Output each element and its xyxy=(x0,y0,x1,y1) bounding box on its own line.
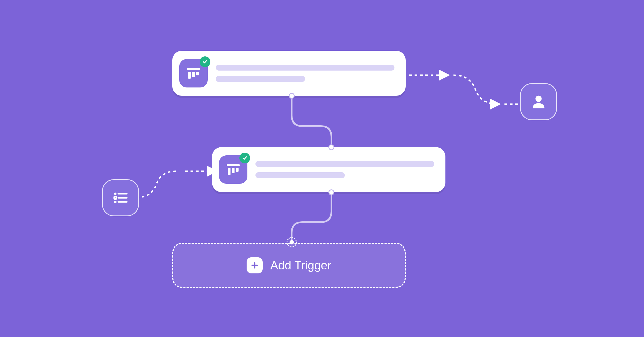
svg-rect-2 xyxy=(192,72,195,77)
svg-rect-3 xyxy=(196,72,199,75)
workflow-canvas: Add Trigger xyxy=(0,0,644,337)
plus-icon xyxy=(247,257,263,273)
svg-rect-9 xyxy=(114,193,116,195)
board-icon xyxy=(219,155,247,184)
connector-node xyxy=(289,93,295,99)
connector-node xyxy=(328,189,334,195)
svg-rect-0 xyxy=(187,68,200,70)
user-node[interactable] xyxy=(520,83,557,120)
add-trigger-label: Add Trigger xyxy=(270,259,331,272)
add-trigger-button[interactable]: Add Trigger xyxy=(172,243,406,288)
step-content-placeholder xyxy=(216,65,394,82)
svg-rect-1 xyxy=(188,72,191,79)
svg-rect-11 xyxy=(114,197,116,199)
check-icon xyxy=(239,153,250,163)
svg-rect-7 xyxy=(236,168,239,172)
workflow-step-1[interactable] xyxy=(172,51,406,96)
svg-rect-6 xyxy=(232,168,235,173)
svg-point-8 xyxy=(535,96,541,102)
connector-node xyxy=(328,144,334,150)
user-icon xyxy=(530,93,547,111)
board-icon xyxy=(179,59,208,87)
workflow-step-2[interactable] xyxy=(212,147,445,192)
svg-rect-13 xyxy=(114,201,116,203)
list-node[interactable] xyxy=(102,179,139,216)
step-content-placeholder xyxy=(255,161,434,178)
list-icon xyxy=(112,189,129,206)
svg-rect-5 xyxy=(228,168,230,175)
svg-rect-4 xyxy=(227,164,240,166)
check-icon xyxy=(200,56,210,67)
